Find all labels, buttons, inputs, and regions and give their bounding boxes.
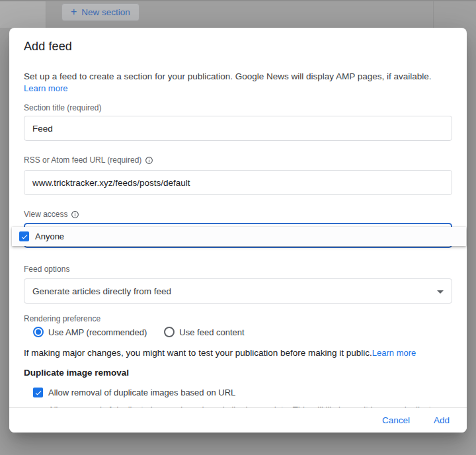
duplicate-image-removal-heading: Duplicate image removal bbox=[24, 368, 452, 378]
description-text: Set up a feed to create a section for yo… bbox=[24, 71, 432, 81]
add-feed-dialog: Add feed Set up a feed to create a secti… bbox=[9, 28, 467, 433]
feed-options-label-text: Feed options bbox=[24, 265, 69, 274]
info-icon[interactable] bbox=[71, 210, 79, 219]
rendering-preference-label-text: Rendering preference bbox=[24, 314, 100, 323]
duplicate-url-checkbox-label: Allow removal of duplicate images based … bbox=[48, 388, 235, 397]
feed-url-input[interactable] bbox=[24, 170, 452, 195]
feed-options-select[interactable]: Generate articles directly from feed bbox=[24, 278, 452, 304]
radio-use-feed-content-label: Use feed content bbox=[179, 327, 244, 337]
notice-text: If making major changes, you might want … bbox=[24, 348, 372, 358]
section-title-label: Section title (required) bbox=[24, 103, 452, 112]
section-title-label-text: Section title (required) bbox=[24, 103, 101, 112]
new-section-button-label: New section bbox=[81, 7, 130, 17]
view-access-option-anyone[interactable]: Anyone bbox=[12, 227, 466, 246]
new-section-button[interactable]: + New section bbox=[61, 3, 139, 21]
info-icon[interactable] bbox=[145, 156, 153, 165]
radio-use-amp[interactable]: Use AMP (recommended) bbox=[33, 327, 147, 337]
dialog-footer: Cancel Add bbox=[9, 407, 467, 433]
section-title-input[interactable] bbox=[24, 116, 452, 141]
cancel-button[interactable]: Cancel bbox=[382, 415, 410, 425]
duplicate-url-checkbox[interactable] bbox=[33, 388, 43, 397]
backdrop-sidebar-edge bbox=[0, 1, 46, 28]
duplicate-url-checkbox-row[interactable]: Allow removal of duplicate images based … bbox=[33, 388, 452, 397]
anyone-checkbox[interactable] bbox=[19, 231, 29, 241]
dropdown-arrow-icon bbox=[437, 290, 444, 294]
radio-use-amp-label: Use AMP (recommended) bbox=[48, 327, 147, 337]
dialog-title: Add feed bbox=[24, 40, 452, 54]
notice-learn-more-link[interactable]: Learn more bbox=[372, 348, 416, 358]
radio-use-feed-content[interactable]: Use feed content bbox=[164, 327, 244, 337]
feed-url-label-text: RSS or Atom feed URL (required) bbox=[24, 155, 141, 165]
anyone-option-label: Anyone bbox=[35, 231, 64, 241]
rendering-radio-group: Use AMP (recommended) Use feed content bbox=[33, 327, 452, 337]
publication-notice: If making major changes, you might want … bbox=[24, 347, 452, 359]
view-access-field: Anyone bbox=[24, 223, 452, 248]
backdrop-top-strip bbox=[0, 0, 476, 1]
rendering-preference-label: Rendering preference bbox=[24, 314, 452, 323]
view-access-label: View access bbox=[24, 210, 452, 219]
feed-options-label: Feed options bbox=[24, 265, 452, 274]
feed-options-value: Generate articles directly from feed bbox=[32, 286, 171, 296]
radio-selected-icon bbox=[33, 327, 44, 337]
feed-url-label: RSS or Atom feed URL (required) bbox=[24, 155, 452, 165]
dialog-description: Set up a feed to create a section for yo… bbox=[24, 71, 452, 95]
add-button[interactable]: Add bbox=[434, 415, 450, 425]
radio-unselected-icon bbox=[164, 327, 175, 337]
description-learn-more-link[interactable]: Learn more bbox=[24, 83, 67, 93]
plus-icon: + bbox=[71, 7, 77, 17]
view-access-label-text: View access bbox=[24, 210, 67, 219]
backdrop-section-divider bbox=[433, 1, 434, 28]
